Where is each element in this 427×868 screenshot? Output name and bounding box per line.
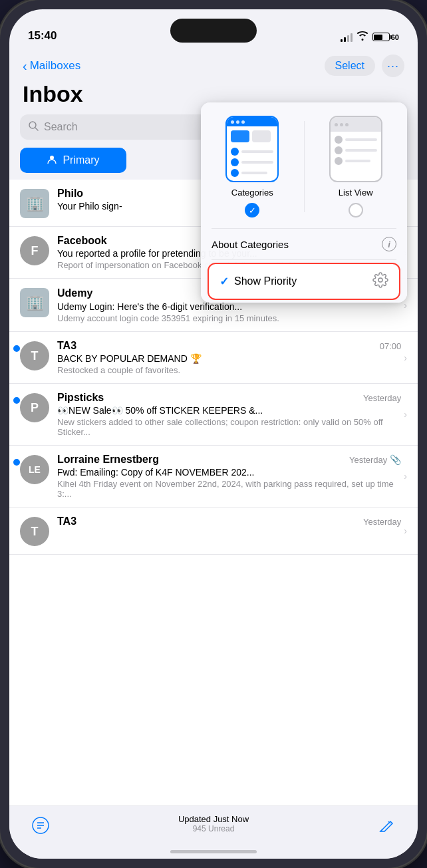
avatar: F	[20, 236, 49, 265]
search-placeholder-text: Search	[44, 121, 78, 133]
status-icons: 60	[341, 31, 399, 44]
dropdown-menu: Categories ✓	[201, 102, 407, 303]
email-sender: Philo	[57, 188, 83, 200]
dynamic-island	[170, 19, 257, 43]
gear-icon[interactable]	[372, 272, 388, 291]
list-view-icon	[329, 116, 382, 182]
email-subject: BACK BY POPULAR DEMAND 🏆	[57, 353, 401, 364]
categories-option[interactable]: Categories ✓	[214, 116, 291, 217]
list-item[interactable]: T TA3 07:00 BACK BY POPULAR DEMAND 🏆 Res…	[9, 332, 418, 384]
email-sender: TA3	[57, 515, 76, 527]
home-indicator	[170, 850, 257, 853]
email-time: Yesterday	[363, 517, 401, 527]
unread-count: 945 Unread	[52, 824, 375, 833]
option-divider	[304, 121, 305, 212]
checkmark-icon: ✓	[219, 275, 229, 289]
email-sender: Facebook	[57, 235, 107, 247]
chevron-left-icon: ‹	[23, 59, 27, 74]
dropdown-top: Categories ✓	[201, 102, 407, 228]
unread-indicator	[13, 345, 20, 352]
unread-indicator	[13, 459, 20, 466]
page-title: Inbox	[23, 81, 83, 107]
chevron-right-icon: ›	[404, 353, 407, 363]
list-view-option[interactable]: List View	[318, 116, 394, 217]
svg-point-8	[378, 278, 382, 282]
primary-tab[interactable]: Primary	[20, 148, 126, 173]
avatar: P	[20, 393, 49, 422]
email-content: TA3 Yesterday	[57, 515, 401, 529]
ellipsis-icon: ···	[387, 59, 399, 73]
email-sender: Lorraine Ernestberg	[57, 454, 159, 466]
list-item[interactable]: LE Lorraine Ernestberg Yesterday 📎 Fwd: …	[9, 446, 418, 507]
email-subject: Udemy Login: Here's the 6-digit verifica…	[57, 301, 401, 312]
unread-indicator	[13, 397, 20, 404]
about-categories-label: About Categories	[212, 239, 289, 250]
email-content: Lorraine Ernestberg Yesterday 📎 Fwd: Ema…	[57, 454, 401, 499]
list-item[interactable]: P Pipsticks Yesterday 👀NEW Sale👀 50% off…	[9, 384, 418, 446]
email-preview: Udemy account login code 353951 expiring…	[57, 313, 401, 323]
show-priority-label: Show Priority	[234, 275, 297, 287]
attachment-icon: 📎	[390, 454, 401, 465]
categories-icon	[225, 116, 279, 182]
filter-button[interactable]	[29, 814, 52, 837]
chevron-right-icon: ›	[404, 409, 407, 420]
primary-tab-label: Primary	[63, 154, 99, 166]
email-preview: Restocked a couple of favorites.	[57, 365, 401, 375]
chevron-right-icon: ›	[404, 525, 407, 536]
more-button[interactable]: ···	[382, 55, 404, 77]
categories-radio[interactable]: ✓	[245, 203, 259, 217]
nav-right-buttons: Select ···	[325, 55, 404, 77]
email-sender: TA3	[57, 340, 76, 352]
show-priority-divider	[212, 259, 396, 260]
phone-screen: 15:40	[9, 9, 418, 859]
search-icon	[28, 120, 39, 134]
avatar: T	[20, 517, 49, 546]
avatar: 🏢	[20, 189, 49, 218]
status-time: 15:40	[28, 29, 57, 44]
avatar: T	[20, 341, 49, 370]
show-priority-row[interactable]: ✓ Show Priority	[208, 263, 400, 300]
person-icon	[47, 154, 57, 167]
categories-label: Categories	[231, 188, 273, 198]
phone-frame: 15:40	[0, 0, 427, 868]
updated-label: Updated Just Now	[52, 814, 375, 824]
list-view-label: List View	[339, 188, 373, 198]
email-subject: Fwd: Emailing: Copy of K4F NOVEMBER 202.…	[57, 467, 401, 478]
email-time: Yesterday	[349, 455, 387, 465]
email-content: TA3 07:00 BACK BY POPULAR DEMAND 🏆 Resto…	[57, 340, 401, 375]
email-sender: Udemy	[57, 287, 92, 299]
battery-icon: 60	[372, 33, 399, 41]
chevron-right-icon: ›	[404, 471, 407, 482]
email-sender: Pipsticks	[57, 392, 104, 404]
signal-icon	[341, 33, 353, 42]
email-preview: New stickers added to other sale collect…	[57, 417, 401, 437]
email-time: Yesterday	[363, 393, 401, 403]
wifi-icon	[356, 31, 368, 43]
email-content: Pipsticks Yesterday 👀NEW Sale👀 50% off S…	[57, 392, 401, 437]
email-preview: Kihei 4th Friday event on November 22nd,…	[57, 479, 401, 499]
about-categories-row[interactable]: About Categories i	[201, 229, 407, 259]
svg-line-1	[35, 128, 38, 130]
email-time: 07:00	[380, 341, 402, 351]
tab-bar-status: Updated Just Now 945 Unread	[52, 814, 375, 833]
back-button[interactable]: ‹ Mailboxes	[23, 59, 80, 74]
chevron-right-icon: ›	[404, 300, 407, 311]
avatar: 🏢	[20, 288, 49, 317]
compose-button[interactable]	[375, 814, 398, 837]
info-icon: i	[382, 237, 396, 251]
list-item[interactable]: T TA3 Yesterday ›	[9, 507, 418, 555]
svg-point-2	[50, 156, 54, 160]
battery-percent: 60	[391, 33, 399, 41]
list-view-radio[interactable]	[349, 203, 363, 217]
select-button[interactable]: Select	[325, 56, 375, 76]
nav-bar: ‹ Mailboxes Select ···	[9, 49, 418, 82]
avatar: LE	[20, 455, 49, 484]
email-subject: 👀NEW Sale👀 50% off STICKER KEEPERS &...	[57, 405, 401, 416]
back-label: Mailboxes	[30, 59, 81, 72]
